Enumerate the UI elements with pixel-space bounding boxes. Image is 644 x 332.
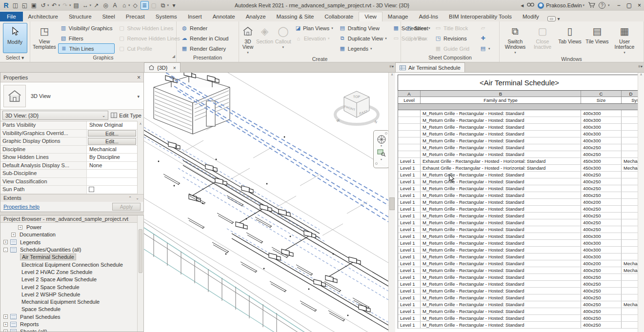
restore-button[interactable]: ▢ [626,2,632,9]
print-icon[interactable]: ▤ [72,1,80,10]
schedule-row[interactable]: Level 1M_Return Grille - Rectangular - H… [398,178,641,185]
tree-item-documentation[interactable]: +Documentation [0,231,143,238]
text-note-icon[interactable]: A [111,1,119,10]
sheet-guide-grid[interactable]: ▦Guide Grid [433,43,476,54]
schedule-row[interactable]: M_Return Grille - Rectangular - Hosted: … [398,124,641,131]
properties-help-link[interactable]: Properties help [3,204,40,210]
tree-item-space-schedule[interactable]: Space Schedule [0,306,143,313]
ribbon-tab-collaborate[interactable]: Collaborate [319,12,359,21]
navbar-dropdown2-icon[interactable]: ▾ [381,158,382,161]
tree-item-level-2-space-schedule[interactable]: Level 2 Space Schedule [0,283,143,291]
tree-item-power[interactable]: +Power [0,224,143,231]
apply-button[interactable]: Apply [112,203,141,211]
account-menu[interactable]: Prakoso.Edwin ▾ [538,2,584,9]
help-icon[interactable]: ? [599,2,605,9]
tag-by-category-icon[interactable]: ◎ [101,1,110,10]
app-store-cart-icon[interactable] [588,2,595,9]
ribbon-tab-systems[interactable]: Systems [150,12,182,21]
switch-windows-icon-dropdown[interactable]: ▾ [167,3,169,7]
panel-label-select[interactable]: Select ▾ [0,54,30,62]
schedule-row[interactable]: Level 1M_Return Grille - Rectangular - H… [398,254,641,260]
ribbon-tab-modify[interactable]: Modify [517,12,544,21]
steering-wheel-icon[interactable] [377,135,386,144]
sheet-title-block[interactable]: ▭Title Block [433,23,476,33]
ribbon-tab-precast[interactable]: Precast [121,12,150,21]
tree-item-schedules-quantities-all-[interactable]: -Schedules/Quantities (all) [0,246,143,253]
edit-button[interactable]: Edit... [88,130,136,137]
tree-item-reports[interactable]: +Reports [0,320,143,328]
dialog-launcher-icon[interactable]: ◢ [172,53,175,60]
help-dropdown-icon[interactable]: ▾ [608,3,610,7]
graphics-cut-profile[interactable]: ▢Cut Profile [117,43,182,54]
customize-qat-icon[interactable]: ▾ [170,1,178,10]
schedule-tab-list-icon[interactable]: ≡▾ [638,64,643,69]
expander-icon[interactable]: + [3,330,8,332]
3d-view-button[interactable]: 3D View▾ [242,23,254,55]
type-selector-dropdown-icon[interactable]: ▾ [137,94,140,99]
graphics-remove-hidden-lines[interactable]: ▢Remove Hidden Lines [117,33,182,43]
view-type-combo[interactable]: 3D View: {3D}⌄ [2,111,108,120]
measure-icon-dropdown[interactable]: ▾ [90,3,92,7]
tree-item-panel-schedules[interactable]: +Panel Schedules [0,313,143,320]
schedule-row[interactable]: Level 1M_Return Grille - Rectangular - H… [398,233,641,240]
browser-scrollbar-thumb[interactable] [139,229,142,273]
properties-toggle-icon[interactable]: ◫ [11,1,20,10]
graphics-visibility-graphics[interactable]: ▥Visibility/ Graphics [58,23,115,33]
close-inactive-button[interactable]: ▢Close Inactive [529,23,556,50]
schedule-scrollbar[interactable]: ∧ [638,73,644,332]
property-value[interactable] [87,178,137,186]
ribbon-tab-massing-site[interactable]: Massing & Site [271,12,320,21]
frame-back-icon[interactable]: ◂ [521,2,523,9]
properties-close-icon[interactable]: × [137,74,141,81]
schedule-row[interactable]: Level 1M_Return Grille - Rectangular - H… [398,281,641,288]
callout-button[interactable]: ◯ Callout▾ [275,23,291,50]
create-plan-views[interactable]: ◪Plan Views▾ [293,23,335,33]
extents-group-header[interactable]: Extents ⌃ ⌄ [0,194,143,202]
properties-scrollbar[interactable]: ∧ [137,121,143,194]
ribbon-tab-manage[interactable]: Manage [382,12,414,21]
default-3d-view-icon-dropdown[interactable]: ▾ [128,3,130,7]
navbar-dropdown-icon[interactable]: ▾ [381,144,382,147]
switch-windows-icon[interactable]: ⧉ [159,1,167,10]
ribbon-tab-view[interactable]: View [359,12,382,21]
schedule-row[interactable]: M_Return Grille - Rectangular - Hosted: … [398,137,641,144]
ribbon-tab-add-ins[interactable]: Add-Ins [413,12,443,21]
ribbon-tab-analyze[interactable]: Analyze [241,12,271,21]
schedule-row[interactable]: M_Return Grille - Rectangular - Hosted: … [398,117,641,124]
schedule-row[interactable]: Level 1Exhaust Grille - Rectangular - Ho… [398,158,641,165]
drawing-canvas[interactable]: W N TOP FRONT EAST [144,72,395,332]
sync-with-central-icon[interactable]: ↺ [39,1,47,10]
presentation-render[interactable]: ◍Render [179,23,236,33]
tree-item-level-2-space-airflow-schedule[interactable]: Level 2 Space Airflow Schedule [0,276,143,283]
edit-type-button[interactable]: Edit Type [111,113,141,118]
expander-icon[interactable]: + [3,240,8,244]
tree-item-electrical-equipment-connection-schedule[interactable]: Electrical Equipment Connection Schedule [0,261,143,268]
undo-icon-dropdown[interactable]: ▾ [59,3,60,7]
schedule-row[interactable]: Level 1M_Return Grille - Rectangular - H… [398,267,641,274]
close-button[interactable]: × [638,2,641,9]
ribbon-tab-insert[interactable]: Insert [182,12,207,21]
schedule-row[interactable]: Level 1M_Return Grille - Rectangular - H… [398,260,641,267]
sheet-icon-button[interactable]: ▱ [478,23,494,33]
sheet-view[interactable]: ◲View [403,33,431,43]
switch-windows-button[interactable]: ⧉Switch Windows▾ [502,23,528,55]
tab-close-icon[interactable]: × [173,65,176,71]
schedule-row[interactable]: Level 1M_Return Grille - Rectangular - H… [398,308,641,315]
schedule-row[interactable]: M_Return Grille - Rectangular - Hosted: … [398,131,641,137]
schedule-row[interactable]: M_Return Grille - Rectangular - Hosted: … [398,110,641,117]
tree-item-legends[interactable]: +Legends [0,238,143,246]
tree-item-sheets-all-[interactable]: +Sheets (all) [0,328,143,332]
schedule-row[interactable]: Level 1M_Return Grille - Rectangular - H… [398,315,641,322]
tile-views-button[interactable]: ▤Tile Views [584,23,610,44]
property-value[interactable]: By Discipline [87,154,137,161]
schedule-row[interactable]: M_Return Grille - Rectangular - Hosted: … [398,144,641,151]
section-icon[interactable]: ◇ [131,1,140,10]
modify-button[interactable]: Modify [3,23,27,53]
drawing-scrollbar[interactable]: ∧ [388,73,395,332]
schedule-row[interactable]: Level 1M_Return Grille - Rectangular - H… [398,288,641,294]
thin-lines-icon[interactable]: ≣ [141,1,149,10]
property-value[interactable]: Show Original [87,121,137,129]
edit-button[interactable]: Edit... [88,138,136,145]
tree-item-level-2-wshp-schedule[interactable]: Level 2 WSHP Schedule [0,291,143,298]
schedule-row[interactable]: Level 1M_Return Grille - Rectangular - H… [398,192,641,199]
